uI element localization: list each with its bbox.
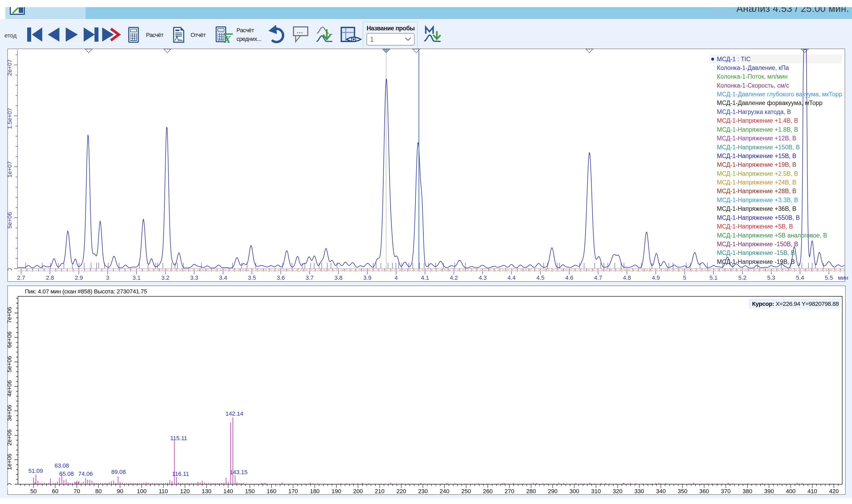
svg-text:360: 360 [699, 488, 709, 494]
svg-text:390: 390 [764, 488, 774, 494]
svg-text:Отчёт: Отчёт [191, 32, 206, 38]
svg-text:4.9: 4.9 [652, 274, 660, 281]
svg-text:4: 4 [395, 274, 398, 281]
svg-text:5.3: 5.3 [767, 274, 776, 281]
svg-text:МСД-1-Напряжение -15В, В: МСД-1-Напряжение -15В, В [717, 249, 795, 256]
svg-text:200: 200 [353, 488, 363, 494]
svg-text:410: 410 [807, 488, 817, 494]
svg-text:МСД-1-Напряжение +12В, В: МСД-1-Напряжение +12В, В [717, 135, 796, 142]
svg-text:Курсор: X=226.94 Y=9820798.88: Курсор: X=226.94 Y=9820798.88 [752, 301, 839, 307]
svg-text:МСД-1-Напряжение +150В, В: МСД-1-Напряжение +150В, В [717, 144, 800, 151]
svg-text:МСД-1-Напряжение +5В аналогово: МСД-1-Напряжение +5В аналоговое, В [717, 232, 827, 239]
svg-text:300: 300 [570, 488, 579, 494]
svg-text:89.08: 89.08 [111, 469, 126, 475]
svg-text:340: 340 [656, 488, 665, 494]
svg-text:МСД-1-Напряжение +5В, В: МСД-1-Напряжение +5В, В [717, 223, 793, 230]
svg-text:2.7: 2.7 [17, 274, 25, 281]
svg-text:5: 5 [683, 274, 686, 281]
svg-text:МСД-1 : TIC: МСД-1 : TIC [717, 56, 751, 62]
svg-text:Колонка-1-Скорость, см/с: Колонка-1-Скорость, см/с [717, 82, 789, 89]
svg-text:100: 100 [137, 488, 146, 494]
svg-text:средних...: средних... [236, 36, 261, 42]
svg-text:110: 110 [159, 488, 168, 494]
svg-text:3.3: 3.3 [190, 274, 198, 281]
svg-text:МСД-1-Напряжение -150В, В: МСД-1-Напряжение -150В, В [717, 241, 798, 248]
svg-text:130: 130 [202, 488, 211, 494]
svg-text:МСД-1-Напряжение -19В, В: МСД-1-Напряжение -19В, В [717, 258, 795, 265]
svg-text:230: 230 [418, 488, 428, 494]
svg-text:3.2: 3.2 [161, 274, 170, 281]
svg-text:60: 60 [52, 488, 58, 494]
svg-text:5e+06: 5e+06 [6, 356, 13, 372]
svg-text:1.5e+07: 1.5e+07 [6, 108, 13, 129]
svg-text:4.8: 4.8 [623, 274, 631, 281]
svg-text:150: 150 [245, 488, 255, 494]
svg-text:90: 90 [117, 488, 123, 494]
svg-text:51.09: 51.09 [28, 468, 43, 474]
svg-text:3.7: 3.7 [306, 274, 314, 281]
svg-text:МСД-1-Напряжение +2.5В, В: МСД-1-Напряжение +2.5В, В [717, 170, 798, 177]
svg-text:1e+06: 1e+06 [6, 454, 13, 470]
svg-text:МСД-1-Напряжение +36В, В: МСД-1-Напряжение +36В, В [717, 205, 796, 212]
svg-text:5.4: 5.4 [796, 274, 804, 281]
svg-text:240: 240 [440, 488, 449, 494]
svg-text:120: 120 [180, 488, 190, 494]
svg-text:220: 220 [396, 488, 406, 494]
svg-text:етод: етод [4, 32, 17, 39]
svg-text:380: 380 [743, 488, 752, 494]
svg-text:2e+06: 2e+06 [6, 429, 13, 446]
svg-text:50: 50 [30, 488, 37, 494]
svg-text:5e+06: 5e+06 [6, 212, 13, 229]
svg-text:МСД-1-Нагрузка катода, В: МСД-1-Нагрузка катода, В [717, 108, 791, 115]
svg-text:63.08: 63.08 [54, 462, 69, 469]
svg-text:4.3: 4.3 [479, 274, 487, 281]
svg-text:4.6: 4.6 [565, 274, 573, 281]
svg-text:1e+07: 1e+07 [6, 161, 13, 178]
svg-text:5.5: 5.5 [825, 274, 833, 281]
svg-text:70: 70 [74, 488, 80, 494]
svg-text:3.5: 3.5 [248, 274, 256, 281]
svg-text:290: 290 [548, 488, 558, 494]
svg-text:270: 270 [505, 488, 514, 494]
svg-text:3.9: 3.9 [363, 274, 371, 281]
svg-text:5.1: 5.1 [709, 274, 718, 281]
svg-text:2.8: 2.8 [46, 274, 54, 281]
svg-text:370: 370 [721, 488, 731, 494]
svg-text:260: 260 [483, 488, 493, 494]
svg-text:350: 350 [677, 488, 687, 494]
svg-text:1: 1 [370, 36, 374, 43]
svg-text:3.8: 3.8 [334, 274, 342, 281]
svg-text:Расчёт: Расчёт [236, 27, 254, 34]
svg-text:140: 140 [223, 488, 233, 494]
svg-text:4.1: 4.1 [421, 274, 429, 281]
svg-text:65.08: 65.08 [59, 470, 74, 477]
svg-text:4.7: 4.7 [594, 274, 602, 281]
svg-text:170: 170 [288, 488, 298, 494]
svg-text:250: 250 [461, 488, 471, 494]
svg-text:4.5: 4.5 [536, 274, 545, 281]
svg-text:МСД-1-Напряжение +24В, В: МСД-1-Напряжение +24В, В [717, 179, 796, 186]
svg-text:210: 210 [375, 488, 385, 494]
svg-text:4e+06: 4e+06 [6, 380, 13, 397]
svg-text:2e+07: 2e+07 [6, 59, 13, 76]
svg-text:X: X [224, 34, 231, 45]
svg-text:МСД-1-Напряжение +28В, В: МСД-1-Напряжение +28В, В [717, 187, 796, 195]
svg-text:3.4: 3.4 [219, 274, 227, 281]
svg-text:Расчёт: Расчёт [146, 32, 164, 38]
svg-text:160: 160 [267, 488, 276, 494]
svg-text:142.14: 142.14 [226, 410, 243, 417]
svg-text:МСД-1-Напряжение +1.4В, В: МСД-1-Напряжение +1.4В, В [717, 117, 798, 124]
svg-text:320: 320 [613, 488, 623, 494]
svg-text:3.1: 3.1 [132, 274, 141, 281]
svg-text:Колонка-1-Поток, мл/мин: Колонка-1-Поток, мл/мин [717, 73, 787, 80]
svg-text:2.9: 2.9 [75, 274, 83, 281]
svg-text:3e+06: 3e+06 [6, 405, 13, 421]
svg-text:Название пробы: Название пробы [367, 25, 415, 32]
svg-text:115.11: 115.11 [170, 435, 187, 442]
svg-text:4.2: 4.2 [450, 274, 458, 281]
svg-text:МСД-1-Напряжение +550В, В: МСД-1-Напряжение +550В, В [717, 214, 800, 221]
svg-text:МСД-1-Напряжение +19В, В: МСД-1-Напряжение +19В, В [717, 161, 796, 168]
svg-text:МСД-1-Давление глубокого вакуу: МСД-1-Давление глубокого вакуума, мкТорр [717, 91, 842, 97]
svg-text:Колонка-1-Давление, кПа: Колонка-1-Давление, кПа [717, 65, 789, 71]
svg-text:330: 330 [635, 488, 644, 494]
